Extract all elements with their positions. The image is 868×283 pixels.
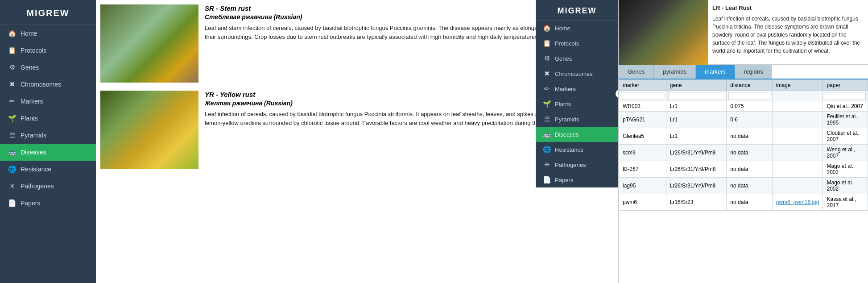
dropdown-item-plants[interactable]: 🌱Plants	[536, 96, 618, 112]
image-link-6[interactable]: pwm6_pwm16.jpg	[776, 199, 819, 205]
dropdown-markers-icon: ✏	[543, 85, 551, 93]
dropdown-item-markers[interactable]: ✏Markers	[536, 81, 618, 96]
sidebar-label-home: Home	[21, 30, 37, 37]
dropdown-label-protocols: Protocols	[555, 40, 579, 47]
cell-paper-0: Qiu et al., 2007	[823, 101, 868, 112]
disease-image-sr	[100, 4, 198, 83]
sidebar-item-pyramids[interactable]: ☰Pyramids	[0, 127, 96, 144]
pyramids-icon: ☰	[8, 131, 16, 139]
sidebar-item-papers[interactable]: 📄Papers	[0, 195, 96, 212]
col-header-gene: gene	[666, 80, 727, 91]
sidebar-item-plants[interactable]: 🌱Plants	[0, 110, 96, 127]
cell-image-2	[772, 128, 823, 145]
sidebar-label-genes: Genes	[21, 64, 39, 71]
filter-row	[619, 91, 868, 101]
sidebar-label-plants: Plants	[21, 115, 38, 122]
dropdown-item-chromosomes[interactable]: ✖Chromosomes	[536, 66, 618, 81]
sidebar-item-protocols[interactable]: 📋Protocols	[0, 42, 96, 59]
dropdown-resistance-icon: 🌐	[543, 146, 551, 154]
tab-genes[interactable]: Genes	[619, 65, 654, 79]
diseases-icon: 🚌	[8, 148, 16, 156]
dropdown-label-resistance: Resistance	[555, 146, 583, 153]
sidebar-label-diseases: Diseases	[21, 149, 46, 156]
tabs-row: Genespyramidsmarkersregions	[619, 65, 868, 79]
chromosomes-icon: ✖	[8, 80, 16, 88]
dropdown-item-pyramids[interactable]: ☰Pyramids	[536, 112, 618, 127]
markers-icon: ✏	[8, 97, 16, 105]
dropdown-plants-icon: 🌱	[543, 100, 551, 108]
genes-icon: ⚙	[8, 63, 16, 71]
cell-marker-2: Glenlea5	[619, 128, 666, 145]
dropdown-chromosomes-icon: ✖	[543, 70, 551, 78]
dropdown-diseases-icon: 🚌	[543, 130, 551, 138]
sidebar-item-diseases[interactable]: 🚌Diseases	[0, 144, 96, 161]
cell-paper-2: Cloutier et al., 2007	[823, 128, 868, 145]
filter-input-distance[interactable]	[728, 92, 770, 100]
cell-paper-5: Mago et al., 2002	[823, 178, 868, 194]
markers-table-container: markergenedistanceimagepaper WR003Lr10.0…	[619, 79, 868, 283]
dropdown-label-genes: Genes	[555, 55, 572, 62]
dropdown-item-resistance[interactable]: 🌐Resistance	[536, 142, 618, 157]
home-icon: 🏠	[8, 29, 16, 37]
sidebar-item-resistance[interactable]: 🌐Resistance	[0, 161, 96, 178]
dropdown-item-genes[interactable]: ⚙Genes	[536, 51, 618, 66]
filter-input-gene[interactable]	[668, 92, 725, 100]
tab-pyramids[interactable]: pyramids	[654, 65, 696, 79]
cell-marker-6: pwm6	[619, 194, 666, 211]
cell-paper-3: Weng et al., 2007	[823, 145, 868, 161]
cell-gene-2: Lr1	[666, 128, 727, 145]
disease-image-yr	[100, 91, 198, 169]
cell-distance-6: no data	[727, 194, 772, 211]
dropdown-label-markers: Markers	[555, 86, 576, 92]
sidebar-label-markers: Markers	[21, 98, 43, 105]
cell-marker-4: IB-267	[619, 161, 666, 178]
dropdown-protocols-icon: 📋	[543, 39, 551, 47]
cell-marker-0: WR003	[619, 101, 666, 112]
table-row: IB-267Lr26/Sr31/Yr9/Pm8no dataMago et al…	[619, 161, 868, 178]
table-row: pwm6Lr16/Sr23no datapwm6_pwm16.jpgKassa …	[619, 194, 868, 211]
tab-markers[interactable]: markers	[696, 65, 735, 79]
cell-marker-3: scm9	[619, 145, 666, 161]
sidebar-item-chromosomes[interactable]: ✖Chromosomes	[0, 76, 96, 93]
cell-distance-5: no data	[727, 178, 772, 194]
dropdown-overlay: MIGREW 🏠Home📋Protocols⚙Genes✖Chromosomes…	[536, 0, 618, 187]
filter-input-paper[interactable]	[825, 92, 866, 100]
middle-section: SR - Stem rust Стеблевая ржавчина (Russi…	[96, 0, 618, 283]
dropdown-item-protocols[interactable]: 📋Protocols	[536, 36, 618, 51]
disease-description-panel: LR - Leaf Rust Leaf infection of cereals…	[708, 0, 868, 64]
dropdown-label-papers: Papers	[555, 177, 573, 183]
dropdown-papers-icon: 📄	[543, 176, 551, 184]
sidebar-item-genes[interactable]: ⚙Genes	[0, 59, 96, 76]
sidebar-item-pathogenes[interactable]: ✳Pathogenes	[0, 178, 96, 195]
cell-marker-5: iag95	[619, 178, 666, 194]
dropdown-item-diseases[interactable]: 🚌Diseases	[536, 127, 618, 142]
cell-gene-3: Lr26/Sr31/Yr9/Pm8	[666, 145, 727, 161]
left-sidebar: MIGREW 🏠Home📋Protocols⚙Genes✖Chromosomes…	[0, 0, 96, 283]
filter-input-marker[interactable]	[621, 92, 664, 100]
sidebar-item-home[interactable]: 🏠Home	[0, 25, 96, 42]
sidebar-label-pyramids: Pyramids	[21, 132, 46, 139]
dropdown-item-papers[interactable]: 📄Papers	[536, 172, 618, 187]
pathogenes-icon: ✳	[8, 182, 16, 190]
table-row: scm9Lr26/Sr31/Yr9/Pm8no dataWeng et al.,…	[619, 145, 868, 161]
markers-table: markergenedistanceimagepaper WR003Lr10.0…	[619, 79, 868, 211]
cell-image-0	[772, 101, 823, 112]
disease-description-text: Leaf infection of cereals, caused by bas…	[712, 15, 864, 55]
dropdown-home-icon: 🏠	[543, 24, 551, 32]
col-header-distance: distance	[727, 80, 772, 91]
resistance-icon: 🌐	[8, 165, 16, 173]
cell-image-4	[772, 161, 823, 178]
cell-distance-1: 0.6	[727, 112, 772, 128]
dropdown-label-pyramids: Pyramids	[555, 116, 579, 123]
sidebar-item-markers[interactable]: ✏Markers	[0, 93, 96, 110]
sidebar-label-pathogenes: Pathogenes	[21, 183, 54, 190]
tab-regions[interactable]: regions	[735, 65, 772, 79]
dropdown-pathogenes-icon: ✳	[543, 161, 551, 169]
sidebar-title: MIGREW	[0, 0, 96, 25]
cell-image-5	[772, 178, 823, 194]
dropdown-item-pathogenes[interactable]: ✳Pathogenes	[536, 157, 618, 172]
cell-gene-6: Lr16/Sr23	[666, 194, 727, 211]
dropdown-label-home: Home	[555, 25, 570, 32]
disease-thumbnail	[619, 0, 708, 65]
dropdown-item-home[interactable]: 🏠Home	[536, 21, 618, 36]
